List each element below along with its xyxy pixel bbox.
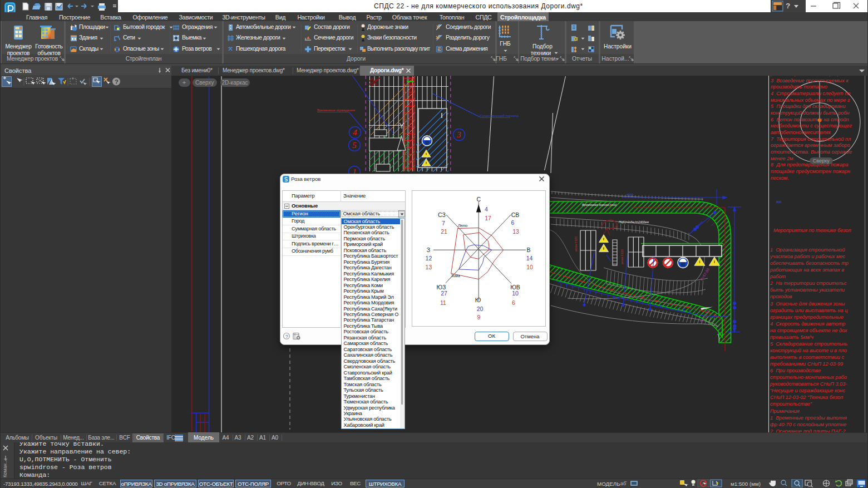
svg-text:Ю: Ю [475, 297, 481, 303]
svg-text:6: 6 [511, 219, 514, 226]
svg-text:СВ: СВ [511, 211, 519, 218]
svg-text:3: 3 [456, 130, 461, 139]
svg-text:СЗ: СЗ [438, 211, 446, 218]
svg-text:Существующий переезд: Существующий переезд [480, 114, 519, 117]
svg-text:20: 20 [476, 305, 483, 312]
svg-text:?: ? [115, 78, 119, 85]
svg-text:14: 14 [526, 254, 532, 261]
svg-text:21: 21 [441, 228, 447, 235]
svg-text:Временное ограждение: Временное ограждение [317, 108, 356, 112]
svg-text:17: 17 [485, 215, 491, 221]
svg-text:6: 6 [512, 299, 515, 305]
svg-text:4: 4 [353, 128, 357, 137]
svg-text:В: В [526, 247, 530, 253]
svg-text:27: 27 [441, 289, 447, 296]
svg-text:10: 10 [526, 264, 533, 270]
svg-text:Зима: Зима [451, 273, 460, 277]
svg-text:Лето: Лето [457, 223, 467, 227]
svg-text:4000: 4000 [627, 193, 633, 196]
svg-text:13: 13 [512, 228, 519, 235]
svg-text:аб̑: аб̑ [620, 481, 627, 486]
svg-text:уклон 0.020: уклон 0.020 [574, 236, 578, 252]
svg-text:R=57.00: R=57.00 [699, 267, 710, 281]
svg-text:13: 13 [425, 264, 432, 270]
svg-text:9: 9 [477, 314, 480, 321]
svg-text:12: 12 [425, 254, 432, 261]
svg-text:10: 10 [512, 289, 519, 296]
svg-text:11: 11 [440, 299, 446, 305]
svg-text:С: С [476, 195, 481, 202]
svg-text:Временная дорога (осн): Временная дорога (осн) [582, 203, 617, 206]
svg-text:5: 5 [352, 141, 357, 150]
svg-text:4: 4 [485, 206, 488, 213]
svg-text:уклон 0.020: уклон 0.020 [620, 249, 624, 264]
svg-text:З: З [426, 247, 430, 253]
svg-text:?: ? [285, 334, 288, 339]
svg-text:ПЦС(=2х5м,h=2400мм: ПЦС(=2х5м,h=2400мм [619, 220, 649, 224]
svg-text:7: 7 [441, 220, 445, 226]
